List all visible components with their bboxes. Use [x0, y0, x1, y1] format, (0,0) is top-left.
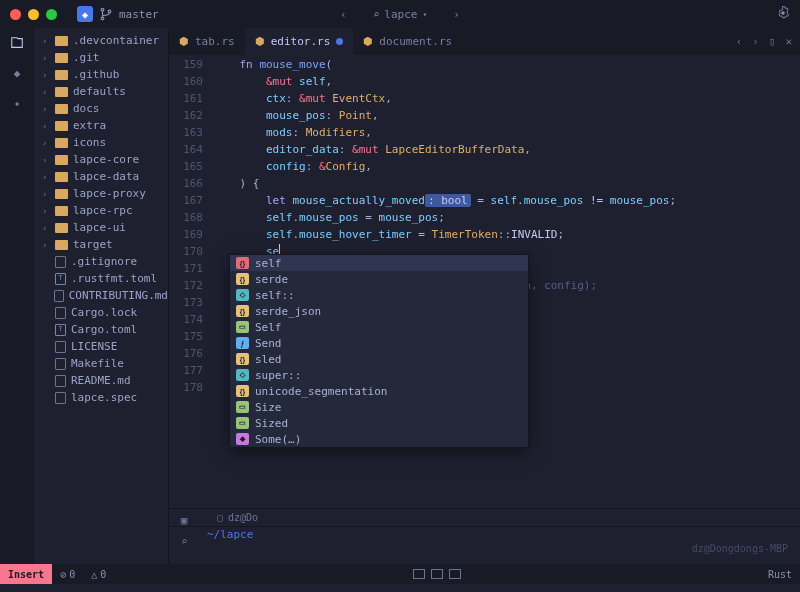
completion-label: serde_json — [255, 305, 321, 318]
tab-bar: ⬢tab.rs⬢editor.rs⬢document.rs ‹ › ▯ ✕ — [169, 28, 800, 55]
folder-lapce-core[interactable]: ›lapce-core — [34, 151, 168, 168]
tab-label: tab.rs — [195, 35, 235, 48]
file-Cargo.toml[interactable]: TCargo.toml — [34, 321, 168, 338]
tab-label: document.rs — [379, 35, 452, 48]
file-CONTRIBUTING.md[interactable]: CONTRIBUTING.md — [34, 287, 168, 304]
settings-button[interactable] — [776, 6, 790, 23]
folder-lapce-proxy[interactable]: ›lapce-proxy — [34, 185, 168, 202]
file-LICENSE[interactable]: LICENSE — [34, 338, 168, 355]
completion-item[interactable]: {}serde — [230, 271, 528, 287]
folder-lapce-rpc[interactable]: ›lapce-rpc — [34, 202, 168, 219]
nav-back-icon[interactable]: ‹ — [736, 35, 743, 48]
activity-bar: ◆ ✦ — [0, 28, 34, 564]
panel-right-icon[interactable] — [449, 569, 461, 579]
folder-defaults[interactable]: ›defaults — [34, 83, 168, 100]
folder-icon — [55, 155, 68, 165]
error-count[interactable]: ⊘0 — [52, 569, 83, 580]
file-.rustfmt.toml[interactable]: T.rustfmt.toml — [34, 270, 168, 287]
chevron-down-icon: ▾ — [422, 10, 427, 19]
completion-item[interactable]: ◇super:: — [230, 367, 528, 383]
completion-label: super:: — [255, 369, 301, 382]
split-editor-icon[interactable]: ▯ — [769, 35, 776, 48]
folder-icon — [55, 206, 68, 216]
panel-left-icon[interactable] — [413, 569, 425, 579]
error-icon: ⊘ — [60, 569, 66, 580]
file-.gitignore[interactable]: .gitignore — [34, 253, 168, 270]
tree-label: Cargo.toml — [71, 323, 137, 336]
maximize-window[interactable] — [46, 9, 57, 20]
command-palette[interactable]: ‹ ⌕lapce▾ › — [340, 8, 460, 21]
vim-mode[interactable]: Insert — [0, 564, 52, 584]
tree-label: .gitignore — [71, 255, 137, 268]
completion-item[interactable]: ▭Sized — [230, 415, 528, 431]
completion-item[interactable]: ▭Self — [230, 319, 528, 335]
folder-lapce-data[interactable]: ›lapce-data — [34, 168, 168, 185]
completion-item[interactable]: ▭Size — [230, 399, 528, 415]
file-icon — [55, 307, 66, 319]
completion-item[interactable]: ƒSend — [230, 335, 528, 351]
tab-document.rs[interactable]: ⬢document.rs — [353, 28, 462, 55]
app-logo-icon: ◆ — [77, 6, 93, 22]
completion-kind-icon: {} — [236, 385, 249, 397]
close-window[interactable] — [10, 9, 21, 20]
extensions-icon[interactable]: ✦ — [8, 94, 26, 112]
search-panel-icon[interactable]: ⌕ — [181, 535, 188, 548]
completion-item[interactable]: {}serde_json — [230, 303, 528, 319]
source-control-icon[interactable]: ◆ — [8, 64, 26, 82]
completion-item[interactable]: {}unicode_segmentation — [230, 383, 528, 399]
minimize-window[interactable] — [28, 9, 39, 20]
completion-item[interactable]: ◆Some(…) — [230, 431, 528, 447]
folder-icon — [55, 240, 68, 250]
folder-.devcontainer[interactable]: ›.devcontainer — [34, 32, 168, 49]
tree-label: lapce.spec — [71, 391, 137, 404]
tab-editor.rs[interactable]: ⬢editor.rs — [245, 28, 354, 55]
completion-item[interactable]: ◇self:: — [230, 287, 528, 303]
folder-docs[interactable]: ›docs — [34, 100, 168, 117]
completion-item[interactable]: {}self — [230, 255, 528, 271]
branch-name: master — [119, 8, 159, 21]
folder-icon — [55, 87, 68, 97]
file-icon — [55, 392, 66, 404]
chevron-right-icon: › — [42, 121, 50, 131]
terminal-panel: ▢ dz@Do ▣ ⌕ ~/lapce dz@Dongdongs-MBP — [169, 508, 800, 564]
panel-bottom-icon[interactable] — [431, 569, 443, 579]
branch-indicator[interactable]: ◆ master — [77, 6, 159, 22]
close-editor-icon[interactable]: ✕ — [785, 35, 792, 48]
chevron-left-icon[interactable]: ‹ — [340, 8, 347, 21]
file-lapce.spec[interactable]: lapce.spec — [34, 389, 168, 406]
folder-icons[interactable]: ›icons — [34, 134, 168, 151]
warning-count[interactable]: △0 — [83, 569, 114, 580]
folder-extra[interactable]: ›extra — [34, 117, 168, 134]
completion-label: unicode_segmentation — [255, 385, 387, 398]
terminal-icon: ▢ — [217, 512, 223, 523]
folder-.git[interactable]: ›.git — [34, 49, 168, 66]
file-README.md[interactable]: README.md — [34, 372, 168, 389]
completion-label: sled — [255, 353, 282, 366]
file-Makefile[interactable]: Makefile — [34, 355, 168, 372]
file-Cargo.lock[interactable]: Cargo.lock — [34, 304, 168, 321]
folder-icon — [55, 189, 68, 199]
terminal-tab-label[interactable]: dz@Do — [228, 512, 258, 523]
explorer-view-icon[interactable] — [8, 34, 26, 52]
search-icon: ⌕ — [373, 8, 380, 21]
tab-tab.rs[interactable]: ⬢tab.rs — [169, 28, 245, 55]
toml-file-icon: T — [55, 273, 66, 285]
code-editor[interactable]: 1591601611621631641651661671681691701711… — [169, 55, 800, 564]
tree-label: Cargo.lock — [71, 306, 137, 319]
language-mode[interactable]: Rust — [760, 569, 800, 580]
folder-target[interactable]: ›target — [34, 236, 168, 253]
rust-file-icon: ⬢ — [255, 35, 265, 48]
chevron-right-icon[interactable]: › — [453, 8, 460, 21]
svg-point-0 — [101, 8, 104, 11]
completion-label: Size — [255, 401, 282, 414]
folder-lapce-ui[interactable]: ›lapce-ui — [34, 219, 168, 236]
completion-label: Self — [255, 321, 282, 334]
file-icon — [55, 358, 66, 370]
folder-.github[interactable]: ›.github — [34, 66, 168, 83]
folder-icon — [55, 121, 68, 131]
chevron-right-icon: › — [42, 70, 50, 80]
folder-icon — [55, 223, 68, 233]
completion-item[interactable]: {}sled — [230, 351, 528, 367]
nav-forward-icon[interactable]: › — [752, 35, 759, 48]
tree-label: lapce-data — [73, 170, 139, 183]
